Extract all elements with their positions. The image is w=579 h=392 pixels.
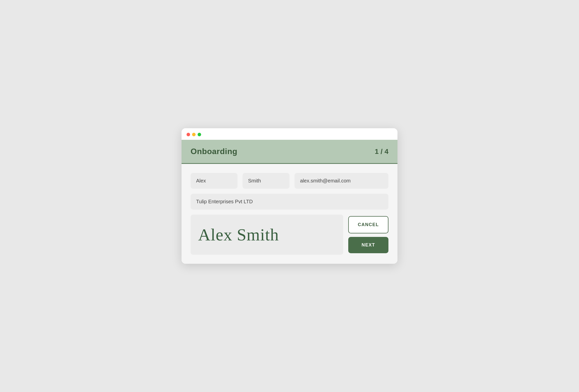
name-email-row [191, 173, 388, 189]
last-name-input[interactable] [243, 173, 290, 189]
close-button-icon[interactable] [187, 133, 190, 136]
email-input[interactable] [295, 173, 388, 189]
title-bar [182, 128, 397, 140]
email-field[interactable] [295, 173, 388, 189]
action-buttons: CANCEL NEXT [348, 215, 388, 255]
minimize-button-icon[interactable] [192, 133, 196, 136]
first-name-input[interactable] [191, 173, 238, 189]
company-row[interactable] [191, 194, 388, 210]
page-title: Onboarding [191, 147, 237, 156]
form-content: Alex Smith CANCEL NEXT [182, 164, 397, 264]
last-name-field[interactable] [243, 173, 290, 189]
first-name-field[interactable] [191, 173, 238, 189]
cancel-button[interactable]: CANCEL [348, 216, 388, 233]
maximize-button-icon[interactable] [198, 133, 201, 136]
app-window: Onboarding 1 / 4 Alex Smith CA [182, 128, 397, 264]
company-input[interactable] [191, 194, 388, 210]
signature-buttons-row: Alex Smith CANCEL NEXT [191, 215, 388, 255]
onboarding-header: Onboarding 1 / 4 [182, 140, 397, 164]
signature-area[interactable]: Alex Smith [191, 215, 343, 255]
progress-indicator: 1 / 4 [375, 148, 388, 156]
signature-display: Alex Smith [198, 225, 279, 244]
next-button[interactable]: NEXT [348, 237, 388, 253]
